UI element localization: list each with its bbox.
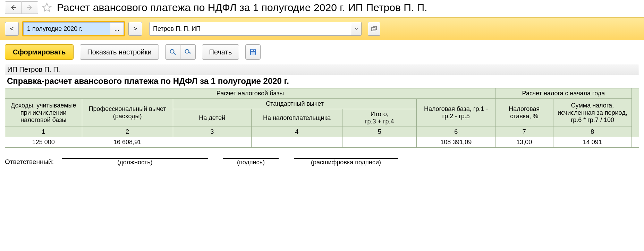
svg-point-4 <box>170 50 174 53</box>
colnum-4: 4 <box>251 127 342 137</box>
svg-rect-10 <box>253 50 254 51</box>
cell-2: 16 608,91 <box>82 137 173 148</box>
cell-8: 14 091 <box>553 137 632 148</box>
sign-caption-signature: (подпись) <box>237 159 265 166</box>
entity-field-wrap <box>149 22 362 36</box>
cell-6: 108 391,09 <box>417 137 495 148</box>
nav-back-button[interactable] <box>5 1 22 14</box>
colnum-8: 8 <box>553 127 632 137</box>
cell-4 <box>251 137 342 148</box>
cell-1: 125 000 <box>5 137 82 148</box>
svg-point-6 <box>185 50 189 53</box>
col-header-4: На налогоплательщика <box>251 109 342 127</box>
group-header-std-ded: Стандартный вычет <box>173 99 417 109</box>
period-picker-button[interactable]: ... <box>110 22 124 35</box>
report-area: ИП Петров П. П. Справка-расчет авансовог… <box>0 64 644 171</box>
col-header-7: Налоговая ставка, % <box>495 99 553 127</box>
show-settings-button[interactable]: Показать настройки <box>80 44 159 60</box>
col-header-2: Профессиональный вычет (расходы) <box>82 99 173 127</box>
cell-cutoff <box>632 137 639 148</box>
page-title: Расчет авансового платежа по НДФЛ за 1 п… <box>57 2 427 14</box>
print-button[interactable]: Печать <box>202 44 239 60</box>
responsible-label: Ответственный: <box>5 158 54 166</box>
colnum-2: 2 <box>82 127 173 137</box>
signature-area: Ответственный: (должность) (подпись) (ра… <box>5 158 639 166</box>
svg-rect-3 <box>373 26 376 30</box>
colnum-3: 3 <box>173 127 251 137</box>
filter-bar: < ... > <box>0 17 644 40</box>
entity-dropdown-button[interactable] <box>351 22 361 35</box>
save-button[interactable] <box>245 44 261 60</box>
col-header-8: Сумма налога, исчисленная за период, гр.… <box>553 99 632 127</box>
entity-input[interactable] <box>150 22 351 35</box>
period-next-button[interactable]: > <box>128 22 142 36</box>
cell-7: 13,00 <box>495 137 553 148</box>
colnum-5: 5 <box>342 127 417 137</box>
colnum-1: 1 <box>5 127 82 137</box>
cutoff-col <box>632 88 639 137</box>
search-button[interactable] <box>165 44 180 60</box>
title-bar: Расчет авансового платежа по НДФЛ за 1 п… <box>0 0 644 17</box>
col-header-1: Доходы, учитываемые при исчислении налог… <box>5 99 82 127</box>
col-header-3: На детей <box>173 109 251 127</box>
svg-rect-2 <box>372 27 375 31</box>
period-input[interactable] <box>23 22 110 35</box>
colnum-6: 6 <box>417 127 495 137</box>
svg-line-5 <box>173 53 176 55</box>
report-title: Справка-расчет авансового платежа по НДФ… <box>5 75 639 88</box>
svg-rect-8 <box>251 50 255 51</box>
data-row: 125 000 16 608,91 108 391,09 13,00 14 09… <box>5 137 639 148</box>
sign-caption-position: (должность) <box>117 159 152 166</box>
entity-open-button[interactable] <box>368 22 380 36</box>
nav-forward-button[interactable] <box>22 1 38 14</box>
colnum-7: 7 <box>495 127 553 137</box>
search-redo-button[interactable] <box>180 44 196 60</box>
sign-caption-fullname: (расшифровка подписи) <box>311 159 381 166</box>
period-prev-button[interactable]: < <box>5 22 19 36</box>
group-header-base: Расчет налоговой базы <box>5 88 495 99</box>
favorite-star-icon[interactable] <box>41 2 53 14</box>
col-header-6: Налоговая база, гр.1 - гр.2 - гр.5 <box>417 99 495 127</box>
report-table: Расчет налоговой базы Расчет налога с на… <box>5 88 639 148</box>
period-field-wrap: ... <box>22 21 125 36</box>
col-header-5: Итого, гр.3 + гр.4 <box>342 109 417 127</box>
svg-rect-9 <box>251 52 255 55</box>
cell-3 <box>173 137 251 148</box>
action-toolbar: Сформировать Показать настройки Печать <box>0 40 644 64</box>
group-header-tax: Расчет налога с начала года <box>495 88 632 99</box>
report-org-name: ИП Петров П. П. <box>5 64 639 75</box>
cell-5 <box>342 137 417 148</box>
generate-button[interactable]: Сформировать <box>5 44 74 60</box>
